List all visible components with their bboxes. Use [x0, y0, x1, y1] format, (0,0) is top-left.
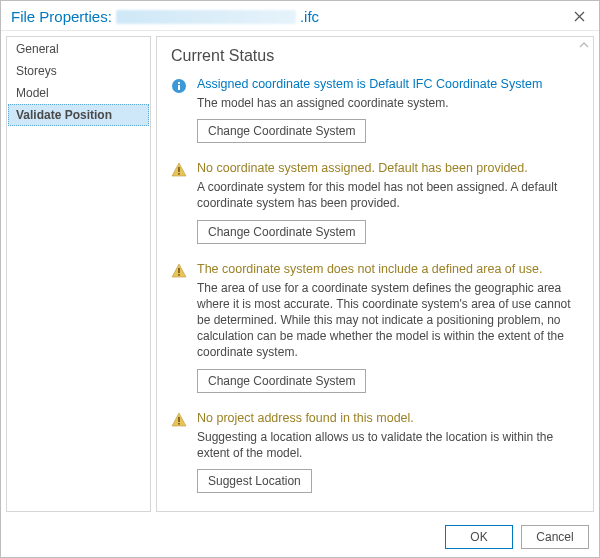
warning-icon [171, 263, 187, 279]
cancel-button[interactable]: Cancel [521, 525, 589, 549]
change-coordinate-system-button[interactable]: Change Coordinate System [197, 369, 366, 393]
sidebar-item-storeys[interactable]: Storeys [8, 60, 149, 82]
dialog-body: General Storeys Model Validate Position … [1, 31, 599, 517]
svg-rect-7 [178, 268, 180, 273]
status-description: The area of use for a coordinate system … [197, 280, 579, 361]
content-heading: Current Status [171, 47, 579, 65]
sidebar-item-label: Model [16, 86, 49, 100]
svg-rect-8 [178, 274, 180, 276]
sidebar-item-label: General [16, 42, 59, 56]
change-coordinate-system-button[interactable]: Change Coordinate System [197, 220, 366, 244]
close-icon [574, 11, 585, 22]
content-panel: Current Status Assigned coordinate syste… [156, 36, 594, 512]
sidebar: General Storeys Model Validate Position [6, 36, 151, 512]
svg-rect-6 [178, 173, 180, 175]
sidebar-item-general[interactable]: General [8, 38, 149, 60]
status-item-no-area-of-use: The coordinate system does not include a… [171, 262, 579, 393]
status-body: No project address found in this model. … [197, 411, 579, 493]
sidebar-item-label: Validate Position [16, 108, 112, 122]
status-item-assigned-cs: Assigned coordinate system is Default IF… [171, 77, 579, 143]
scroll-indicator [579, 41, 589, 49]
file-extension: .ifc [300, 8, 319, 25]
svg-rect-4 [178, 82, 180, 84]
sidebar-item-label: Storeys [16, 64, 57, 78]
chevron-up-icon [579, 41, 589, 49]
status-title: No coordinate system assigned. Default h… [197, 161, 579, 175]
filename-redacted [116, 10, 296, 24]
close-button[interactable] [569, 7, 589, 27]
dialog-footer: OK Cancel [1, 517, 599, 557]
status-description: A coordinate system for this model has n… [197, 179, 579, 211]
window-title-prefix: File Properties: [11, 8, 112, 25]
status-body: The coordinate system does not include a… [197, 262, 579, 393]
titlebar: File Properties: .ifc [1, 1, 599, 31]
ok-button[interactable]: OK [445, 525, 513, 549]
status-title: Assigned coordinate system is Default IF… [197, 77, 579, 91]
warning-icon [171, 162, 187, 178]
status-item-no-cs-assigned: No coordinate system assigned. Default h… [171, 161, 579, 243]
status-description: The model has an assigned coordinate sys… [197, 95, 579, 111]
svg-rect-9 [178, 417, 180, 422]
status-title: The coordinate system does not include a… [197, 262, 579, 276]
svg-rect-10 [178, 423, 180, 425]
status-description: Suggesting a location allows us to valid… [197, 429, 579, 461]
sidebar-item-model[interactable]: Model [8, 82, 149, 104]
change-coordinate-system-button[interactable]: Change Coordinate System [197, 119, 366, 143]
status-body: Assigned coordinate system is Default IF… [197, 77, 579, 143]
warning-icon [171, 412, 187, 428]
sidebar-item-validate-position[interactable]: Validate Position [8, 104, 149, 126]
status-body: No coordinate system assigned. Default h… [197, 161, 579, 243]
status-title: No project address found in this model. [197, 411, 579, 425]
suggest-location-button[interactable]: Suggest Location [197, 469, 312, 493]
status-item-no-project-address: No project address found in this model. … [171, 411, 579, 493]
svg-rect-5 [178, 167, 180, 172]
svg-rect-3 [178, 85, 180, 90]
info-icon [171, 78, 187, 94]
